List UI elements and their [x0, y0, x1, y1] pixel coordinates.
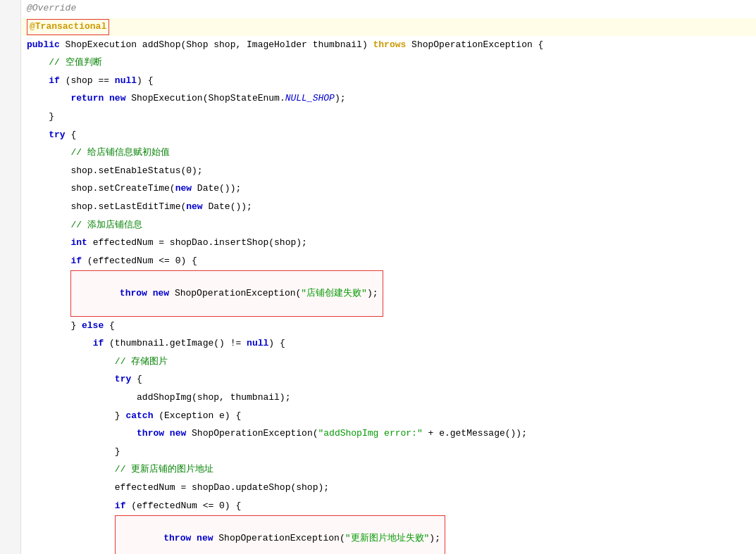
gutter-line: [0, 360, 20, 379]
code-text: [104, 92, 109, 106]
code-line-13: // 添加店铺信息: [21, 216, 756, 234]
gutter-line: [0, 486, 20, 505]
code-text: [27, 218, 70, 233]
code-text: if: [115, 499, 126, 514]
code-text: shop.setLastEditTime(: [27, 200, 186, 215]
throw-red-box-2: throw new ShopOperationException("更新图片地址…: [115, 515, 445, 554]
code-text: else: [82, 319, 104, 334]
code-text: [27, 254, 70, 269]
code-text: "更新图片地址失败": [345, 533, 430, 543]
code-text: if: [70, 254, 82, 269]
gutter-line: [0, 468, 20, 486]
gutter-line: [0, 270, 20, 289]
gutter-line: [0, 180, 20, 199]
gutter-line: [0, 162, 20, 180]
code-line-28: throw new ShopOperationException("更新图片地址…: [21, 515, 756, 554]
code-text: int: [70, 236, 87, 251]
code-text: [147, 288, 153, 298]
code-text: (effectedNum <= 0) {: [125, 499, 241, 514]
code-text: );: [429, 533, 440, 543]
code-line-15: if (effectedNum <= 0) {: [21, 252, 756, 270]
code-text: [27, 355, 115, 370]
throw-red-box-1: throw new ShopOperationException("店铺创建失败…: [70, 270, 383, 317]
code-text: if: [93, 336, 104, 351]
code-text: throw: [137, 427, 164, 441]
code-text: null: [115, 74, 137, 89]
code-text: return: [70, 92, 104, 106]
annotation-transactional: @Transactional: [27, 19, 109, 35]
gutter-line: [0, 325, 20, 343]
code-text: ShopOperationException(: [169, 288, 301, 298]
code-text: throw: [163, 533, 191, 543]
gutter-line: [0, 72, 20, 90]
code-text: shop.setCreateTime(: [27, 182, 175, 196]
code-text: + e.getMessage());: [423, 427, 527, 441]
code-text: try: [49, 128, 65, 143]
code-line-19: // 存储图片: [21, 353, 756, 371]
code-text: ShopOperationException(: [213, 533, 345, 543]
gutter-line: [0, 126, 20, 144]
code-line-3: public ShopExecution addShop(Shop shop, …: [21, 36, 756, 54]
gutter-line: [0, 108, 20, 127]
code-text: public: [27, 38, 60, 53]
code-text: "店铺创建失败": [301, 288, 367, 298]
code-text: );: [335, 92, 346, 106]
code-text: new: [153, 288, 169, 298]
code-line-12: shop.setLastEditTime(new Date());: [21, 199, 756, 217]
gutter-line: [0, 306, 20, 325]
line-numbers: [0, 0, 21, 554]
gutter-line: [0, 18, 20, 37]
gutter-line: [0, 505, 20, 523]
gutter-line: [0, 54, 20, 73]
code-text: ShopOperationException {: [406, 38, 543, 53]
code-line-4: // 空值判断: [21, 54, 756, 73]
code-line-2: @Transactional: [21, 18, 756, 37]
code-line-17: } else {: [21, 317, 756, 335]
code-line-11: shop.setCreateTime(new Date());: [21, 180, 756, 199]
gutter-line: [0, 396, 20, 415]
code-text: // 给店铺信息赋初始值: [70, 146, 169, 160]
code-line-14: int effectedNum = shopDao.insertShop(sho…: [21, 234, 756, 253]
code-line-16: throw new ShopOperationException("店铺创建失败…: [21, 270, 756, 317]
code-line-23: throw new ShopOperationException("addSho…: [21, 425, 756, 443]
code-text: throw: [120, 288, 147, 298]
gutter-line: [0, 415, 20, 433]
code-line-5: if (shop == null) {: [21, 72, 756, 90]
gutter-line: [0, 252, 20, 270]
gutter-line: [0, 144, 20, 163]
code-text: (shop ==: [60, 74, 115, 89]
code-editor[interactable]: @Override @Transactional public ShopExec…: [21, 0, 756, 554]
code-text: null: [247, 336, 268, 351]
gutter-line: [0, 342, 20, 360]
code-text: catch: [125, 409, 153, 424]
code-line-8: try {: [21, 126, 756, 144]
code-text: [27, 499, 115, 514]
gutter-line: [0, 90, 20, 108]
gutter-line: [0, 432, 20, 451]
code-text: new: [197, 533, 213, 543]
code-text: "addShopImg error:": [318, 427, 423, 441]
code-text: ) {: [137, 74, 153, 89]
code-text: ShopExecution(ShopStateEnum.: [125, 92, 285, 106]
code-text: [27, 146, 70, 160]
gutter-line: [0, 289, 20, 307]
gutter-line: [0, 216, 20, 234]
code-text: }: [27, 445, 120, 460]
gutter-line: [0, 0, 20, 18]
code-text: @Override: [27, 1, 76, 16]
code-text: [27, 336, 93, 351]
code-text: NULL_SHOP: [285, 92, 335, 106]
code-text: effectedNum = shopDao.updateShop(shop);: [27, 481, 329, 496]
code-text: try: [115, 372, 131, 387]
code-line-6: return new ShopExecution(ShopStateEnum.N…: [21, 90, 756, 108]
code-text: [191, 533, 197, 543]
code-text: effectedNum = shopDao.insertShop(shop);: [87, 236, 307, 251]
code-text: new: [175, 182, 192, 196]
code-text: Date());: [203, 200, 252, 215]
code-line-10: shop.setEnableStatus(0);: [21, 162, 756, 180]
code-line-20: try {: [21, 371, 756, 389]
code-line-7: }: [21, 108, 756, 127]
code-line-24: }: [21, 443, 756, 461]
code-line-18: if (thumbnail.getImage() != null) {: [21, 335, 756, 353]
code-text: [27, 427, 137, 441]
